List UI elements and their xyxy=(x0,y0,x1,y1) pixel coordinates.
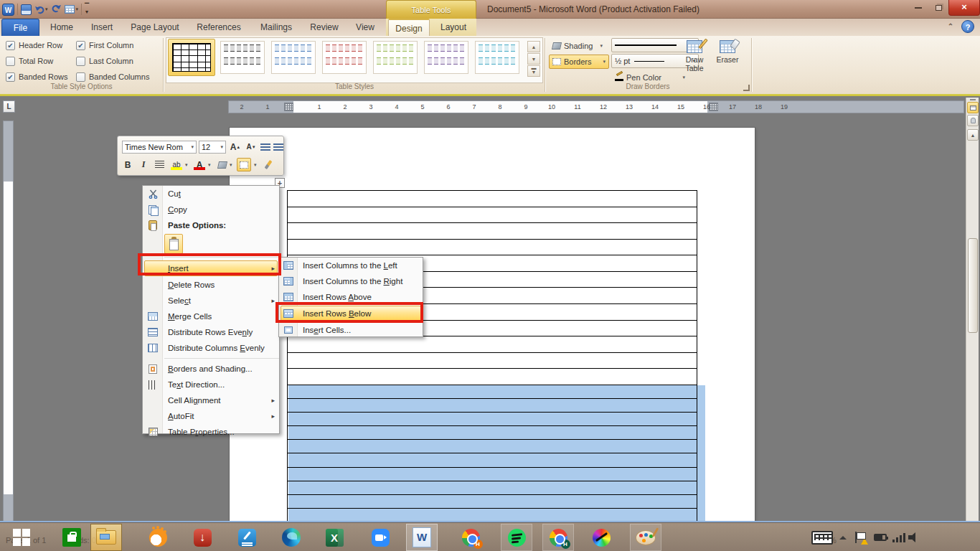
qat-table-button[interactable]: ▾ xyxy=(65,5,79,14)
close-button[interactable]: × xyxy=(948,0,980,16)
table-style-swatch[interactable] xyxy=(424,41,468,74)
checkbox-banded-rows[interactable]: Banded Rows xyxy=(6,72,68,82)
checkbox-last-column[interactable]: Last Column xyxy=(76,56,133,66)
menu-item-borders-and-shading[interactable]: Borders and Shading... xyxy=(143,361,279,377)
undo-dropdown-icon[interactable]: ▾ xyxy=(45,6,48,12)
start-button[interactable] xyxy=(4,524,39,551)
customize-qat-button[interactable]: ▔▾ xyxy=(85,4,89,15)
table-row[interactable] xyxy=(288,369,697,385)
taskbar-download-manager[interactable]: ↓ xyxy=(187,524,218,551)
table-row-selected[interactable] xyxy=(288,481,697,495)
table-row-selected[interactable] xyxy=(288,453,697,467)
ruler-toggle-button[interactable] xyxy=(967,102,979,113)
save-button[interactable] xyxy=(21,4,32,15)
borders-button-mini[interactable] xyxy=(237,158,251,171)
center-align-button[interactable] xyxy=(152,158,166,171)
menu-item-cell-alignment[interactable]: Cell Alignment ▸ xyxy=(143,392,279,408)
menu-item-merge-cells[interactable]: Merge Cells xyxy=(143,309,279,324)
shading-button[interactable]: Shading▾ xyxy=(549,39,606,53)
borders-button[interactable]: Borders▾ xyxy=(549,55,609,69)
shrink-font-button[interactable]: A▼ xyxy=(244,140,258,154)
scroll-up-button[interactable]: ▲ xyxy=(967,129,979,141)
table-row[interactable] xyxy=(288,207,697,224)
taskbar-paint[interactable] xyxy=(630,524,661,551)
table-style-swatch[interactable] xyxy=(322,41,367,74)
taskbar-word[interactable]: W xyxy=(406,524,438,551)
tab-page-layout[interactable]: Page Layout xyxy=(122,19,188,36)
scrollbar-thumb[interactable] xyxy=(968,238,978,333)
pan-button[interactable] xyxy=(967,115,979,126)
table-row-selected[interactable] xyxy=(288,495,697,509)
font-size-dropdown[interactable]: 12▾ xyxy=(199,141,226,154)
table-row[interactable] xyxy=(288,191,697,207)
table-row-selected[interactable] xyxy=(288,426,697,440)
horizontal-ruler[interactable]: 2112345678910111213141516171819 xyxy=(228,100,964,113)
vertical-ruler[interactable] xyxy=(3,121,14,522)
table-style-swatch[interactable] xyxy=(220,41,265,74)
decrease-indent-button[interactable] xyxy=(258,140,273,154)
menu-item-delete-rows[interactable]: Delete Rows xyxy=(143,277,279,293)
redo-button[interactable] xyxy=(51,3,62,16)
touch-keyboard-button[interactable] xyxy=(809,523,835,551)
minimize-button[interactable] xyxy=(908,0,928,16)
checkbox-first-column[interactable]: First Column xyxy=(76,40,133,50)
table-row[interactable] xyxy=(288,223,697,240)
checkbox-header-row[interactable]: Header Row xyxy=(6,40,62,50)
table-row-selected[interactable] xyxy=(288,440,697,453)
font-name-dropdown[interactable]: Times New Rom▾ xyxy=(122,141,197,154)
selected-table-rows[interactable] xyxy=(287,385,697,522)
table-row-selected[interactable] xyxy=(288,399,697,413)
tray-overflow-button[interactable] xyxy=(839,523,851,551)
vertical-scrollbar[interactable]: ▲ xyxy=(966,98,979,522)
taskbar-store[interactable] xyxy=(56,524,88,551)
tab-view[interactable]: View xyxy=(346,19,385,36)
font-color-dropdown-icon[interactable]: ▾ xyxy=(208,162,211,168)
table-style-swatch[interactable] xyxy=(475,41,519,74)
taskbar-zoom-app[interactable] xyxy=(364,524,396,551)
menu-item-cut[interactable]: Cut xyxy=(143,186,279,202)
dialog-launcher-icon[interactable] xyxy=(743,85,750,91)
checkbox-banded-columns[interactable]: Banded Columns xyxy=(76,72,149,82)
gallery-scroll-up-button[interactable]: ▲ xyxy=(527,41,540,52)
menu-item-select[interactable]: Select ▸ xyxy=(143,293,279,309)
battery-button[interactable] xyxy=(874,523,891,551)
tab-stop-selector[interactable]: L xyxy=(3,100,15,113)
highlight-dropdown-icon[interactable]: ▾ xyxy=(185,162,188,168)
taskbar-chrome-profile-1[interactable]: H xyxy=(455,524,486,551)
bold-button[interactable]: B xyxy=(121,158,135,171)
taskbar-gom-player[interactable] xyxy=(142,524,174,551)
taskbar-edge[interactable] xyxy=(275,524,307,551)
table-row[interactable] xyxy=(288,336,697,353)
increase-indent-button[interactable] xyxy=(271,140,286,154)
paste-keep-source-button[interactable] xyxy=(164,234,183,254)
table-row-selected[interactable] xyxy=(288,413,697,426)
menu-item-text-direction[interactable]: Text Direction... xyxy=(143,377,279,392)
action-center-button[interactable] xyxy=(855,523,870,551)
highlight-button[interactable]: ab xyxy=(169,158,184,171)
submenu-item-insert-columns-left[interactable]: Insert Columns to the Left xyxy=(279,258,423,273)
borders-dropdown-icon[interactable]: ▾ xyxy=(254,162,257,168)
italic-button[interactable]: I xyxy=(136,158,151,171)
split-handle[interactable] xyxy=(970,99,976,100)
submenu-item-insert-cells[interactable]: Insert Cells... xyxy=(279,322,423,338)
tab-insert[interactable]: Insert xyxy=(82,19,122,36)
menu-item-distribute-columns[interactable]: Distribute Columns Evenly xyxy=(143,340,279,356)
tab-layout[interactable]: Layout xyxy=(431,19,476,36)
taskbar-spotify[interactable] xyxy=(501,524,532,551)
tab-mailings[interactable]: Mailings xyxy=(250,19,303,36)
menu-item-table-properties[interactable]: Table Properties... xyxy=(143,424,279,440)
shading-button-mini[interactable] xyxy=(215,158,230,171)
menu-item-distribute-rows[interactable]: Distribute Rows Evenly xyxy=(143,324,279,340)
taskbar-krita[interactable] xyxy=(585,524,617,551)
tab-home[interactable]: Home xyxy=(42,19,82,36)
tab-references[interactable]: References xyxy=(188,19,250,36)
table-style-swatch-selected[interactable] xyxy=(168,39,215,76)
tab-file[interactable]: File xyxy=(1,19,39,36)
shading-dropdown-icon[interactable]: ▾ xyxy=(230,162,232,168)
tab-review[interactable]: Review xyxy=(303,19,346,36)
minimize-ribbon-button[interactable]: ⌃ xyxy=(943,22,958,33)
taskbar-file-explorer[interactable] xyxy=(90,524,122,551)
submenu-item-insert-columns-right[interactable]: Insert Columns to the Right xyxy=(279,273,423,289)
help-button[interactable]: ? xyxy=(961,20,974,33)
eraser-button[interactable]: Eraser xyxy=(712,37,743,85)
